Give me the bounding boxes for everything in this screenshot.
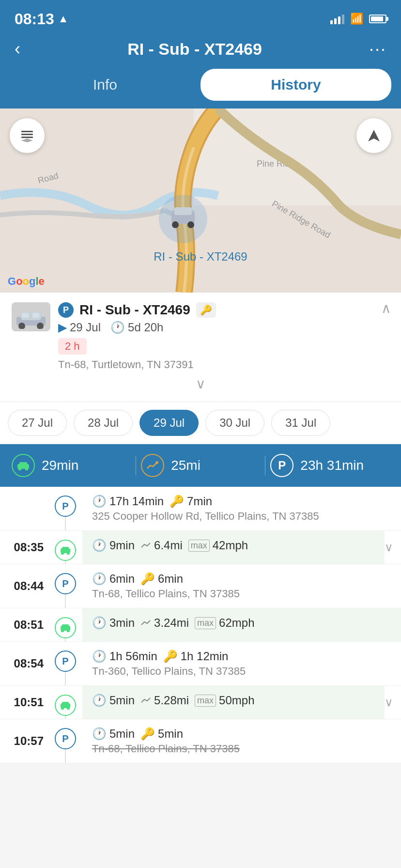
park-dot-6: P: [55, 728, 76, 749]
timeline-item-1: 08:35 🕐 9min 6.4mi: [0, 531, 401, 564]
timeline-item-4: 08:54 P 🕐 1h 56min 🔑 1h 12min Tn-360, Te…: [0, 642, 401, 686]
timeline-item-5: 10:51 🕐 5min 5.28mi: [0, 686, 401, 719]
key-icon-4: 🔑: [163, 650, 178, 663]
distance-summary: 25mi: [141, 454, 260, 477]
back-button[interactable]: ‹: [15, 39, 20, 59]
car-icon: [12, 454, 35, 477]
clock-icon-5: 🕐: [92, 694, 107, 707]
svg-rect-20: [32, 313, 39, 318]
drive-dot-3: [55, 617, 76, 638]
clock-icon-1: 🕐: [92, 539, 107, 552]
status-icons: 📶: [330, 13, 386, 25]
clock-icon: 🕐: [110, 321, 125, 334]
drive-speed-1: 42mph: [213, 539, 248, 552]
park-address-0: 325 Cooper Hollow Rd, Tellico Plains, TN…: [92, 510, 391, 523]
key-duration-4: 1h 12min: [181, 650, 229, 663]
parking-badge: P: [58, 302, 74, 318]
drive-distance-3: 3.24mi: [154, 616, 189, 630]
svg-rect-35: [62, 702, 69, 705]
clock-icon-6: 🕐: [92, 727, 107, 741]
map-vehicle-label: RI - Sub - XT2469: [154, 250, 247, 264]
drive-speed-3: 62mph: [219, 616, 254, 630]
key-duration-0: 7min: [187, 495, 212, 508]
timeline-content-4: 🕐 1h 56min 🔑 1h 12min Tn-360, Tellico Pl…: [82, 642, 401, 685]
timeline-item-3: 08:51 🕐 3min 3.24mi: [0, 608, 401, 642]
park-dot-2: P: [55, 573, 76, 594]
status-time: 08:13 ▲: [15, 10, 69, 28]
map-layers-button[interactable]: [10, 118, 45, 153]
svg-rect-12: [21, 137, 33, 138]
driving-summary: 29min: [12, 454, 131, 477]
svg-rect-19: [22, 313, 29, 318]
date-chip-0[interactable]: 27 Jul: [8, 410, 67, 436]
key-icon-0: 🔑: [170, 495, 184, 508]
park-address-2: Tn-68, Tellico Plains, TN 37385: [92, 588, 391, 600]
chart-icon: [141, 454, 164, 477]
park-duration-4: 1h 56min: [109, 650, 157, 663]
timeline-item-6: 10:57 P 🕐 5min 🔑 5min Tn-68, Tellico Pla…: [0, 719, 401, 763]
time-2: 08:44: [0, 564, 48, 608]
key-duration-2: 6min: [158, 572, 183, 586]
expand-btn-5[interactable]: ∨: [385, 686, 401, 719]
time-4: 08:54: [0, 642, 48, 685]
svg-rect-31: [62, 624, 69, 628]
drive-duration-1: 9min: [109, 539, 135, 552]
map-navigate-button[interactable]: [356, 118, 391, 153]
play-icon: ▶: [58, 321, 67, 334]
drive-duration-3: 3min: [109, 616, 135, 630]
key-duration-6: 5min: [158, 727, 183, 741]
google-logo: Google: [8, 275, 45, 288]
park-dot-4: P: [55, 651, 76, 672]
svg-rect-22: [19, 462, 27, 466]
app-header: ‹ RI - Sub - XT2469 ···: [0, 34, 401, 69]
park-duration-6: 5min: [109, 727, 135, 741]
key-icon-2: 🔑: [140, 572, 155, 586]
collapse-button[interactable]: ∧: [381, 300, 391, 316]
drive-duration-5: 5min: [109, 694, 135, 707]
key-icon: 🔑: [196, 302, 216, 318]
time-6: 10:57: [0, 719, 48, 763]
expand-btn-1[interactable]: ∨: [385, 531, 401, 564]
svg-rect-27: [62, 547, 69, 550]
park-duration-0: 17h 14min: [109, 495, 164, 508]
date-chip-3[interactable]: 30 Jul: [205, 410, 264, 436]
status-bar: 08:13 ▲ 📶: [0, 0, 401, 34]
vehicle-date: 29 Jul: [70, 321, 101, 334]
timeline-content-2: 🕐 6min 🔑 6min Tn-68, Tellico Plains, TN …: [82, 564, 401, 608]
tab-bar: Info History: [0, 69, 401, 108]
time-5: 10:51: [0, 686, 48, 719]
tab-history[interactable]: History: [200, 69, 391, 101]
tab-info[interactable]: Info: [10, 69, 200, 101]
drive-distance-1: 6.4mi: [154, 539, 183, 552]
clock-icon-4: 🕐: [92, 650, 107, 663]
svg-rect-11: [21, 131, 33, 132]
drive-dot-5: [55, 695, 76, 716]
time-3: 08:51: [0, 608, 48, 641]
timeline-content-0: 🕐 17h 14min 🔑 7min 325 Cooper Hollow Rd,…: [82, 487, 401, 530]
location-icon: ▲: [58, 13, 69, 25]
vehicle-info: P RI - Sub - XT2469 🔑 ▶ 29 Jul 🕐 5d 20h …: [58, 302, 389, 371]
more-options-button[interactable]: ···: [369, 39, 386, 59]
date-selector: 27 Jul 28 Jul 29 Jul 30 Jul 31 Jul: [0, 402, 401, 444]
date-chip-4[interactable]: 31 Jul: [271, 410, 330, 436]
park-duration-2: 6min: [109, 572, 135, 586]
date-chip-1[interactable]: 28 Jul: [74, 410, 133, 436]
timeline-item-0: P 🕐 17h 14min 🔑 7min 325 Cooper Hollow R…: [0, 487, 401, 531]
time-1: 08:35: [0, 531, 48, 564]
drive-distance-5: 5.28mi: [154, 694, 189, 707]
date-chip-2[interactable]: 29 Jul: [139, 410, 199, 436]
timeline-content-1: 🕐 9min 6.4mi max 42mph: [82, 531, 385, 564]
key-icon-6: 🔑: [140, 727, 155, 741]
expand-button[interactable]: ∨: [12, 376, 389, 392]
timeline-item-2: 08:44 P 🕐 6min 🔑 6min Tn-68, Tellico Pla…: [0, 564, 401, 608]
parking-summary: P 23h 31min: [270, 454, 389, 477]
svg-marker-14: [368, 130, 380, 141]
page-title: RI - Sub - XT2469: [127, 40, 262, 59]
timeline: P 🕐 17h 14min 🔑 7min 325 Cooper Hollow R…: [0, 487, 401, 763]
map-container[interactable]: Road Pine Ridge Pine Ridge Road R: [0, 108, 401, 293]
park-address-6: Tn-68, Tellico Plains, TN 37385: [92, 743, 391, 755]
vehicle-name: RI - Sub - XT2469: [79, 302, 190, 318]
timeline-content-6: 🕐 5min 🔑 5min Tn-68, Tellico Plains, TN …: [82, 719, 401, 763]
vehicle-duration: 5d 20h: [128, 321, 163, 334]
svg-point-9: [187, 221, 194, 228]
